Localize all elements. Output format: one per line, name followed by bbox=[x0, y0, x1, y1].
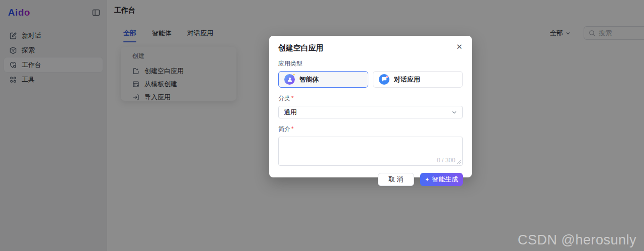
chevron-down-icon bbox=[451, 109, 457, 115]
agent-icon: ✦ bbox=[284, 74, 295, 85]
category-label-text: 分类 bbox=[278, 95, 290, 102]
category-label: 分类* bbox=[278, 94, 463, 103]
notification-dot bbox=[386, 76, 388, 78]
star-icon: ✦ bbox=[292, 73, 296, 77]
generate-button-label: 智能生成 bbox=[432, 175, 458, 184]
intro-field: 0 / 300 bbox=[278, 137, 463, 166]
close-icon[interactable]: ✕ bbox=[454, 42, 464, 52]
type-card-label: 智能体 bbox=[299, 75, 319, 84]
type-card-label: 对话应用 bbox=[394, 75, 420, 84]
app-type-options: ✦ 智能体 对话应用 bbox=[278, 71, 463, 88]
type-card-chat-app[interactable]: 对话应用 bbox=[373, 71, 463, 88]
app-window: Aido 新对话 探索 工作台 bbox=[0, 0, 644, 251]
type-card-agent[interactable]: ✦ 智能体 bbox=[278, 71, 368, 88]
sparkle-icon: ✦ bbox=[425, 177, 429, 182]
cancel-button[interactable]: 取 消 bbox=[378, 173, 414, 186]
generate-button[interactable]: ✦ 智能生成 bbox=[420, 173, 463, 186]
create-blank-app-modal: 创建空白应用 ✕ 应用类型 ✦ 智能体 对话应用 分类* 通 bbox=[269, 36, 472, 177]
required-mark: * bbox=[291, 126, 294, 133]
required-mark: * bbox=[291, 95, 294, 102]
intro-label: 简介* bbox=[278, 125, 463, 134]
resize-handle-icon[interactable] bbox=[457, 160, 461, 164]
category-select-value: 通用 bbox=[284, 108, 297, 117]
modal-title: 创建空白应用 bbox=[278, 43, 463, 53]
intro-textarea[interactable] bbox=[279, 137, 462, 165]
chat-app-icon bbox=[379, 74, 389, 85]
watermark: CSDN @herosunly bbox=[518, 232, 636, 248]
char-counter: 0 / 300 bbox=[437, 157, 455, 164]
app-type-label: 应用类型 bbox=[278, 59, 463, 68]
category-select[interactable]: 通用 bbox=[278, 106, 463, 118]
intro-label-text: 简介 bbox=[278, 126, 290, 133]
modal-footer: 取 消 ✦ 智能生成 bbox=[278, 173, 463, 186]
